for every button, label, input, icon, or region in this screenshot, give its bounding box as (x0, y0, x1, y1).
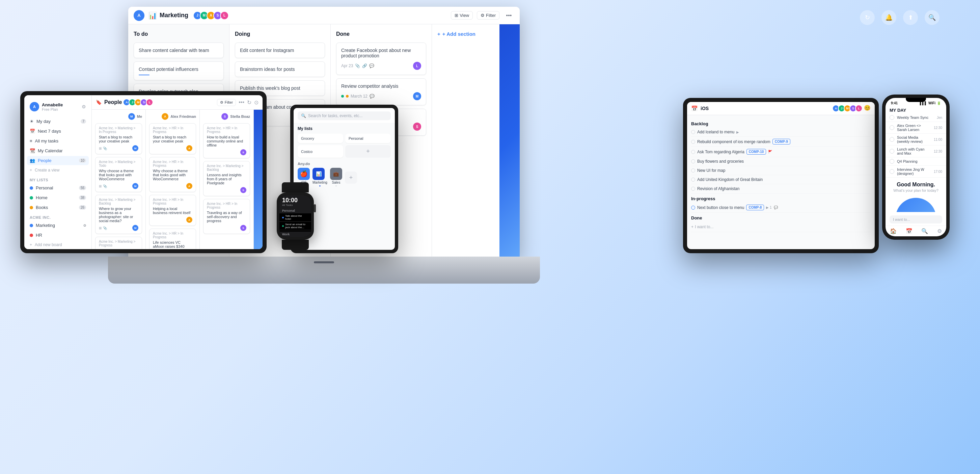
card-category: Acme Inc. > Marketing > Todo (99, 160, 138, 168)
task-card[interactable]: Acme Inc. > HR > In Progress Start a blo… (149, 123, 196, 154)
kanban-card[interactable]: Brainstorm ideas for posts (235, 61, 325, 77)
task-item[interactable]: Ask Tom regarding Algeria COMP-10 🚩 (691, 147, 871, 157)
app-title: 📊 Marketing (148, 11, 188, 19)
task-item[interactable]: Q4 Planning (886, 157, 946, 166)
tab-settings[interactable]: ⚙ (937, 228, 942, 234)
add-new-board-button[interactable]: + Add new board (27, 240, 89, 249)
calendar-icon: 📅 (906, 228, 913, 234)
sidebar-item-people[interactable]: 👥 People 10 (27, 156, 89, 165)
kanban-card[interactable]: Create Facebook post about new product p… (336, 43, 426, 75)
task-item[interactable]: Next button close to menu COMP-8 ▶ 1 💬 (691, 203, 871, 213)
task-item[interactable]: New UI for map (691, 166, 871, 175)
tab-home[interactable]: 🏠 (890, 228, 897, 234)
task-card[interactable]: Acme Inc. > Marketing > Backlog Lessons … (203, 161, 250, 196)
tab-search[interactable]: 🔍 (921, 228, 928, 234)
kanban-card[interactable]: Share content calendar with team (134, 43, 224, 58)
my-lists-section: My lists Grocery Personal Costco + (294, 123, 395, 160)
task-item[interactable]: Revision of Afghanistan (691, 184, 871, 193)
task-input[interactable]: + I want to... (691, 222, 871, 232)
task-card[interactable]: Acme Inc. > HR > In Progress Why choose … (149, 157, 196, 192)
list-color-dot (30, 206, 33, 209)
sales-app[interactable]: 💼 Sales ○ (330, 168, 342, 187)
create-view-button[interactable]: + Create a view (27, 166, 89, 174)
sidebar-user: A Annabelle Free Plan ⚙ (27, 99, 89, 114)
settings2-icon[interactable]: ⊙ (254, 99, 258, 106)
sidebar-item-marketing[interactable]: Marketing ⊙ (27, 221, 89, 230)
refresh-button[interactable]: ↻ (860, 10, 875, 25)
task-card[interactable]: Acme Inc. > Marketing > Todo Why choose … (95, 157, 142, 192)
refresh-icon[interactable]: ↻ (247, 99, 251, 106)
task-item[interactable]: Rebuild component of ios merge random CO… (691, 137, 871, 147)
app-label: Sales (330, 180, 342, 184)
task-item[interactable]: Weekly Team Sync Jen (886, 113, 946, 122)
sidebar-item-all-tasks[interactable]: ≡ All my tasks (27, 136, 89, 145)
add-section-button[interactable]: + + Add section (432, 24, 500, 257)
card-category: Acme Inc. > HR > In Progress (153, 126, 192, 134)
task-input[interactable]: I want to... (889, 215, 942, 223)
card-title: Helping local business (99, 249, 138, 249)
filter-button[interactable]: ⚙ Filter (217, 99, 236, 106)
user-avatar: A (134, 10, 145, 21)
task-item[interactable]: Add Iceland to menu ▶ (691, 128, 871, 137)
assignee-avatar: S (240, 225, 247, 231)
task-text: Q4 Planning (897, 160, 918, 163)
task-card[interactable]: Acme Inc. > Marketing > Backlog Where to… (95, 195, 142, 234)
view-button[interactable]: ⊞ View (451, 11, 473, 19)
list-item-grocery[interactable]: Grocery (298, 134, 343, 143)
sidebar-item-hr[interactable]: HR (27, 231, 89, 240)
task-card[interactable]: Acme Inc. > HR > In Progress Traveling a… (203, 199, 250, 234)
tab-calendar[interactable]: 📅 (906, 228, 913, 234)
list-color-dot (30, 196, 33, 199)
task-item[interactable]: Lunch with Cyan and Max 12:30 (886, 145, 946, 157)
task-list: Backlog Add Iceland to menu ▶ Rebuild co… (687, 115, 875, 249)
watch-body: 10:00 All Tasks Personal Talk about the … (277, 192, 314, 240)
marketing-app[interactable]: 📊 Marketing ● (312, 168, 327, 187)
share-button[interactable]: ⬆ (903, 10, 918, 25)
search-bar[interactable]: 🔍 Search for tasks, events, etc... (298, 112, 391, 120)
sidebar-item-calendar[interactable]: 📆 My Calendar (27, 146, 89, 155)
column-gradient-bg (254, 110, 262, 249)
task-item[interactable]: Alex Green <> Sarah Larsen 12:30 (886, 122, 946, 134)
task-card[interactable]: Acme Inc. > Marketing > In Progress Star… (95, 123, 142, 154)
sidebar-item-label: Next 7 days (38, 129, 61, 134)
card-icons: ⊞ 📎 M (99, 145, 138, 151)
kanban-card[interactable]: Review competitor analysis March 12 💬 M (336, 78, 426, 105)
card-underline (139, 75, 150, 75)
task-item[interactable]: Interview Jing W (designer) 17:00 (886, 166, 946, 177)
more-icon[interactable]: ••• (239, 99, 244, 105)
more-options-button[interactable]: ••• (503, 10, 514, 21)
search-button[interactable]: 🔍 (925, 10, 940, 25)
card-title: Why choose a theme that looks good with … (153, 169, 192, 181)
add-app-button[interactable]: + (345, 171, 357, 184)
task-card[interactable]: Acme Inc. > HR > In Progress Helping a l… (149, 195, 196, 226)
kanban-card[interactable]: Edit content for Instagram (235, 43, 325, 58)
column-name: Stella Boaz (230, 115, 250, 118)
sidebar-item-my-day[interactable]: ☀ My day 7 (27, 117, 89, 126)
task-item[interactable]: Add United Kingdom of Great Britain (691, 175, 871, 184)
add-list-button[interactable]: + (345, 145, 391, 158)
task-checkbox (691, 160, 695, 163)
task-card[interactable]: Acme Inc. > Marketing > Progress Helping… (95, 237, 142, 249)
card-icons: ⊞ 📎 M (99, 183, 138, 189)
task-text: Rebuild component of ios merge random (697, 139, 770, 144)
sidebar-item-home[interactable]: Home 38 (27, 193, 89, 202)
sidebar-item-next-7[interactable]: 📅 Next 7 days (27, 127, 89, 136)
laptop-body (108, 257, 540, 284)
notification-button[interactable]: 🔔 (881, 10, 896, 25)
card-category: Acme Inc. > Marketing > Backlog (99, 198, 138, 205)
list-item-costco[interactable]: Costco (298, 145, 343, 158)
view-icon: ⊞ (455, 13, 458, 18)
task-item[interactable]: Social Media (weekly review) 11:00 (886, 134, 946, 145)
people-kanban: M Me Acme Inc. > Marketing > In Progress… (92, 110, 262, 249)
bottom-tab-bar: 🏠 📅 🔍 ⚙ (886, 225, 946, 236)
filter-button[interactable]: ⚙ Filter (477, 11, 500, 19)
sidebar-item-books[interactable]: Books 26 (27, 203, 89, 212)
task-card[interactable]: Acme Inc. > HR > In Progress Life scienc… (149, 228, 196, 249)
sidebar-item-personal[interactable]: Personal 56 (27, 184, 89, 192)
task-card[interactable]: Acme Inc. > HR > In Progress How to buil… (203, 123, 250, 158)
kanban-card[interactable]: Contact potential influencers (134, 61, 224, 80)
list-item-personal[interactable]: Personal (345, 134, 391, 143)
task-text: Add United Kingdom of Great Britain (697, 177, 763, 182)
task-item[interactable]: Buy flowers and groceries (691, 157, 871, 166)
task-text: Social Media (weekly review) (897, 136, 931, 144)
